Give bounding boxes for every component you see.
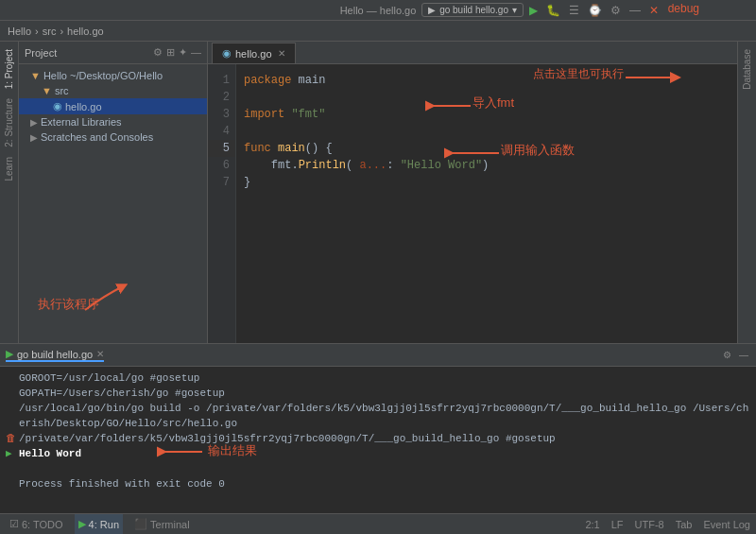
project-tree: ▼ Hello ~/Desktop/GO/Hello ▼ src ◉ hello…	[19, 64, 207, 286]
window-title: Hello — hello.go	[340, 5, 417, 16]
run-tab-close-icon[interactable]: ✕	[96, 349, 104, 359]
run-line-hello-word: ▶ Hello Word 输出结果	[6, 446, 750, 461]
execute-arrow	[76, 277, 132, 315]
breadcrumb-sep: ›	[35, 26, 39, 37]
code-editor[interactable]: 1 2 3 4 5 6 7 package main import "fmt"	[208, 64, 737, 343]
tree-src[interactable]: ▼ src	[19, 83, 207, 98]
run-controls: ⚙ —	[721, 350, 750, 360]
todo-label: 6: TODO	[22, 519, 63, 530]
right-sidebar-tabs: Database	[737, 42, 756, 343]
run-button[interactable]: ▶	[526, 3, 541, 18]
breadcrumb-sep: ›	[60, 26, 63, 37]
line-num-2: 2	[208, 89, 235, 106]
main-layout: 1: Project 2: Structure Learn Project ⚙ …	[0, 42, 756, 343]
panel-expand-icon[interactable]: ⊞	[166, 46, 175, 59]
tree-root[interactable]: ▼ Hello ~/Desktop/GO/Hello	[19, 68, 207, 83]
tree-scratches-label: Scratches and Consoles	[41, 131, 153, 143]
code-content[interactable]: package main import "fmt" func main() { …	[236, 64, 737, 343]
minimize-button[interactable]: —	[627, 3, 644, 18]
coverage-button[interactable]: ☰	[566, 3, 582, 18]
project-panel-header: Project ⚙ ⊞ ✦ —	[19, 42, 207, 64]
sidebar-item-learn[interactable]: Learn	[2, 153, 16, 185]
run-settings-icon[interactable]: ⚙	[721, 350, 733, 360]
panel-gear-icon[interactable]: ✦	[179, 46, 187, 59]
sidebar-item-database[interactable]: Database	[740, 45, 754, 94]
folder-icon: ▼	[30, 70, 41, 81]
line-num-3: 3	[208, 106, 235, 123]
run-line-3: /usr/local/go/bin/go build -o /private/v…	[6, 401, 750, 431]
panel-close-icon[interactable]: —	[191, 46, 201, 59]
run-config-dropdown[interactable]: ▶ go build hello.go ▾	[421, 3, 524, 17]
tree-external-libs[interactable]: ▶ External Libraries	[19, 114, 207, 129]
event-log-label[interactable]: Event Log	[703, 519, 750, 530]
tree-scratches[interactable]: ▶ Scratches and Consoles	[19, 129, 207, 145]
annotation-area: 执行该程序	[19, 286, 207, 343]
tab-hellogo[interactable]: ◉ hello.go ✕	[212, 43, 296, 63]
tree-src-label: src	[55, 85, 69, 96]
line-numbers: 1 2 3 4 5 6 7	[208, 64, 236, 343]
run-icon: ▶	[78, 518, 86, 530]
indent-type: Tab	[676, 519, 693, 530]
code-line-7: }	[244, 174, 730, 191]
project-panel-title: Project	[25, 47, 57, 59]
line-num-6: 6	[208, 157, 235, 174]
left-sidebar-tabs: 1: Project 2: Structure Learn	[0, 42, 19, 343]
bottom-tab-terminal[interactable]: ⬛ Terminal	[130, 514, 194, 534]
code-line-4	[244, 123, 730, 140]
lib-icon: ▶	[30, 117, 38, 128]
code-line-1: package main	[244, 72, 730, 89]
run-tab-active[interactable]: ▶ go build hello.go ✕	[6, 348, 104, 362]
settings-button[interactable]: ⚙	[608, 3, 624, 18]
bottom-tab-todo[interactable]: ☑ 6: TODO	[6, 514, 67, 534]
tab-file-icon: ◉	[222, 47, 232, 60]
run-play-icon: ▶	[6, 348, 13, 360]
breadcrumb: Hello › src › hello.go	[0, 21, 756, 42]
line-num-1: 1	[208, 72, 235, 89]
close-button[interactable]: ✕	[646, 3, 662, 18]
charset: UTF-8	[635, 519, 664, 530]
terminal-label: Terminal	[150, 519, 190, 530]
breadcrumb-item[interactable]: hello.go	[67, 26, 104, 37]
run-line-empty	[6, 461, 750, 476]
bottom-tab-run[interactable]: ▶ 4: Run	[75, 514, 123, 534]
tab-close-icon[interactable]: ✕	[278, 48, 285, 59]
tree-root-label: Hello ~/Desktop/GO/Hello	[43, 70, 163, 81]
breadcrumb-item[interactable]: src	[43, 26, 57, 37]
go-file-icon: ◉	[53, 100, 62, 112]
debug-button[interactable]: 🐛	[543, 3, 563, 18]
profile-button[interactable]: ⌚	[585, 3, 605, 18]
code-line-6: fmt.Println( a...: "Hello Word")	[244, 157, 730, 174]
run-minimize-icon[interactable]: —	[737, 350, 750, 360]
line-num-4: 4	[208, 123, 235, 140]
panel-settings-icon[interactable]: ⚙	[153, 46, 163, 59]
bottom-right-info: 2:1 LF UTF-8 Tab Event Log	[585, 519, 750, 530]
sidebar-item-structure[interactable]: 2: Structure	[2, 95, 16, 151]
bottom-bar: ☑ 6: TODO ▶ 4: Run ⬛ Terminal 2:1 LF UTF…	[0, 513, 756, 534]
folder-icon: ▼	[42, 85, 52, 96]
line-num-5: 5	[208, 140, 235, 157]
run-line-1: GOROOT=/usr/local/go #gosetup	[6, 370, 750, 386]
editor-tabs: ◉ hello.go ✕	[208, 42, 737, 64]
breadcrumb-item[interactable]: Hello	[8, 26, 31, 37]
cursor-position: 2:1	[585, 519, 599, 530]
code-line-3: import "fmt"	[244, 106, 730, 123]
run-line-2: GOPATH=/Users/cherish/go #gosetup	[6, 386, 750, 401]
run-line-4: 🗑 /private/var/folders/k5/vbw3lgjj0jl5sf…	[6, 431, 750, 446]
editor-area: ◉ hello.go ✕ 1 2 3 4 5 6 7 package main	[208, 42, 737, 343]
debug-annotation: debug	[668, 2, 699, 15]
line-num-7: 7	[208, 174, 235, 191]
tree-file-hellogo[interactable]: ◉ hello.go	[19, 98, 207, 114]
run-config-label: ▶	[428, 5, 436, 15]
run-panel: ▶ go build hello.go ✕ ⚙ — GOROOT=/usr/lo…	[0, 343, 756, 513]
tab-label: hello.go	[235, 48, 272, 60]
sidebar-item-project[interactable]: 1: Project	[2, 45, 16, 93]
panel-header-icons: ⚙ ⊞ ✦ —	[153, 46, 201, 59]
title-bar: Hello — hello.go ▶ go build hello.go ▾ ▶…	[0, 0, 756, 21]
run-panel-header: ▶ go build hello.go ✕ ⚙ —	[0, 344, 756, 367]
delete-icon: 🗑	[6, 431, 19, 446]
dropdown-arrow-icon: ▾	[512, 5, 517, 15]
tree-external-libs-label: External Libraries	[41, 116, 122, 128]
code-line-2	[244, 89, 730, 106]
run-line-exit: Process finished with exit code 0	[6, 476, 750, 491]
code-line-5: func main() {	[244, 140, 730, 157]
